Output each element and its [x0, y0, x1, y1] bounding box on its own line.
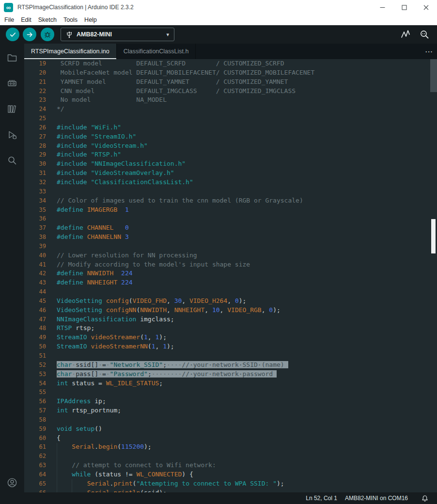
- code-line[interactable]: 26#include "WiFi.h": [24, 123, 437, 132]
- code-line[interactable]: 54int status = WL_IDLE_STATUS;: [24, 379, 437, 388]
- code-line[interactable]: 41// Modify according to the model's inp…: [24, 260, 437, 269]
- line-content: // attempt to connect to Wifi network:: [46, 461, 437, 470]
- code-lines: 19 SCRFD model DEFAULT_SCRFD / CUSTOMIZE…: [24, 59, 437, 492]
- line-number: 62: [24, 452, 46, 461]
- code-line[interactable]: 52char·ssid[]·=·"Network_SSID";····//·yo…: [24, 361, 437, 370]
- maximize-button[interactable]: [393, 0, 415, 15]
- line-content: SCRFD model DEFAULT_SCRFD / CUSTOMIZED_S…: [46, 59, 437, 68]
- code-line[interactable]: 47NNImageClassification imgclass;: [24, 315, 437, 324]
- debug-button[interactable]: [41, 28, 54, 41]
- code-line[interactable]: 65 Serial.print("Attempting to connect t…: [24, 479, 437, 488]
- code-line[interactable]: 49StreamIO videoStreamer(1, 1);: [24, 333, 437, 342]
- code-line[interactable]: 25: [24, 114, 437, 123]
- line-content: [46, 214, 437, 223]
- sidebar-item-search[interactable]: [6, 154, 18, 167]
- code-line[interactable]: 24*/: [24, 105, 437, 114]
- code-line[interactable]: 30#include "NNImageClassification.h": [24, 159, 437, 169]
- line-content: [46, 187, 437, 196]
- code-line[interactable]: 43#define NNHEIGHT 224: [24, 278, 437, 287]
- code-line[interactable]: 42#define NNWIDTH 224: [24, 269, 437, 278]
- code-line[interactable]: 46VideoSetting configNN(NNWIDTH, NNHEIGH…: [24, 306, 437, 315]
- editor-scrollbar[interactable]: [430, 59, 437, 492]
- code-line[interactable]: 58: [24, 415, 437, 425]
- code-line[interactable]: 51: [24, 351, 437, 361]
- code-line[interactable]: 34// Color of images used to train the c…: [24, 196, 437, 205]
- code-line[interactable]: 57int rtsp_portnum;: [24, 406, 437, 415]
- notifications-button[interactable]: [421, 495, 428, 502]
- code-line[interactable]: 40// Lower resolution for NN processing: [24, 251, 437, 260]
- window-controls: [372, 0, 437, 15]
- line-content: [46, 388, 437, 397]
- tab-classificationclasslist-h[interactable]: ClassificationClassList.h: [117, 44, 196, 59]
- line-content: #define NNHEIGHT 224: [46, 278, 437, 287]
- code-line[interactable]: 50StreamIO videoStreamerNN(1, 1);: [24, 342, 437, 351]
- code-line[interactable]: 33: [24, 187, 437, 196]
- code-line[interactable]: 23 No model NA_MODEL: [24, 95, 437, 105]
- code-line[interactable]: 61 Serial.begin(115200);: [24, 442, 437, 452]
- code-line[interactable]: 64 while (status != WL_CONNECTED) {: [24, 470, 437, 479]
- debug-bug-icon: [44, 31, 51, 38]
- menu-help[interactable]: Help: [81, 15, 100, 25]
- code-line[interactable]: 63 // attempt to connect to Wifi network…: [24, 461, 437, 470]
- sidebar-item-account[interactable]: [0, 477, 24, 488]
- board-selector[interactable]: AMB82-MINI ▾: [61, 28, 174, 41]
- line-content: char·ssid[]·=·"Network_SSID";····//·your…: [46, 361, 437, 370]
- code-line[interactable]: 36: [24, 214, 437, 223]
- line-number: 60: [24, 434, 46, 443]
- code-line[interactable]: 59void setup(): [24, 425, 437, 434]
- code-line[interactable]: 38#define CHANNELNN 3: [24, 233, 437, 242]
- serial-plotter-button[interactable]: [400, 29, 412, 40]
- code-line[interactable]: 45VideoSetting config(VIDEO_FHD, 30, VID…: [24, 297, 437, 306]
- code-line[interactable]: 62: [24, 452, 437, 461]
- sidebar-item-sketchbook[interactable]: [6, 51, 18, 64]
- code-line[interactable]: 19 SCRFD model DEFAULT_SCRFD / CUSTOMIZE…: [24, 59, 437, 68]
- line-number: 58: [24, 415, 46, 425]
- verify-button[interactable]: [6, 28, 19, 41]
- serial-plotter-icon: [401, 30, 411, 39]
- tab-rtspimageclassification-ino[interactable]: RTSPImageClassification.ino: [24, 44, 117, 59]
- code-line[interactable]: 27#include "StreamIO.h": [24, 132, 437, 142]
- code-line[interactable]: 28#include "VideoStream.h": [24, 142, 437, 151]
- code-line[interactable]: 22 CNN model DEFAULT_IMGCLASS / CUSTOMIZ…: [24, 87, 437, 96]
- menu-tools[interactable]: Tools: [60, 15, 81, 25]
- tabbar-more-button[interactable]: ⋯: [425, 44, 433, 59]
- close-button[interactable]: [415, 0, 437, 15]
- code-line[interactable]: 39: [24, 242, 437, 251]
- board-port-status[interactable]: AMB82-MINI on COM16: [345, 495, 408, 502]
- code-line[interactable]: 48RTSP rtsp;: [24, 324, 437, 333]
- line-number: 26: [24, 123, 46, 132]
- code-line[interactable]: 35#define IMAGERGB 1: [24, 205, 437, 215]
- scrollbar-thumb[interactable]: [430, 59, 437, 92]
- code-editor[interactable]: 19 SCRFD model DEFAULT_SCRFD / CUSTOMIZE…: [24, 59, 437, 492]
- code-line[interactable]: 31#include "VideoStreamOverlay.h": [24, 169, 437, 178]
- serial-monitor-button[interactable]: [419, 29, 430, 40]
- menu-file[interactable]: File: [1, 15, 17, 25]
- minimize-button[interactable]: [372, 0, 393, 15]
- tabbar: RTSPImageClassification.ino Classificati…: [24, 44, 437, 59]
- line-number: 64: [24, 470, 46, 479]
- code-line[interactable]: 44: [24, 287, 437, 297]
- line-number: 56: [24, 397, 46, 406]
- code-line[interactable]: 29#include "RTSP.h": [24, 150, 437, 159]
- sidebar-item-debug[interactable]: [6, 128, 18, 141]
- code-line[interactable]: 60{: [24, 434, 437, 443]
- cursor-position[interactable]: Ln 52, Col 1: [306, 495, 337, 502]
- sidebar-item-library-manager[interactable]: [6, 103, 18, 115]
- code-line[interactable]: 21 YAMNET model DEFAULT_YAMNET / CUSTOMI…: [24, 78, 437, 87]
- sidebar-item-boards-manager[interactable]: [6, 77, 18, 90]
- menu-edit[interactable]: Edit: [17, 15, 35, 25]
- code-line[interactable]: 20 MobileFaceNet model DEFAULT_MOBILEFAC…: [24, 68, 437, 78]
- code-line[interactable]: 66 Serial.println(ssid);: [24, 488, 437, 492]
- editor-column: RTSPImageClassification.ino Classificati…: [24, 44, 437, 492]
- code-line[interactable]: 32#include "ClassificationClassList.h": [24, 178, 437, 187]
- line-content: [46, 452, 437, 461]
- line-number: 29: [24, 150, 46, 159]
- upload-button[interactable]: [23, 28, 36, 41]
- code-line[interactable]: 53char·pass[]·=·"Password";········//·yo…: [24, 370, 437, 379]
- code-line[interactable]: 37#define CHANNEL 0: [24, 223, 437, 233]
- code-line[interactable]: 55: [24, 388, 437, 397]
- serial-monitor-icon: [419, 29, 430, 40]
- code-line[interactable]: 56IPAddress ip;: [24, 397, 437, 406]
- line-number: 39: [24, 242, 46, 251]
- menu-sketch[interactable]: Sketch: [35, 15, 60, 25]
